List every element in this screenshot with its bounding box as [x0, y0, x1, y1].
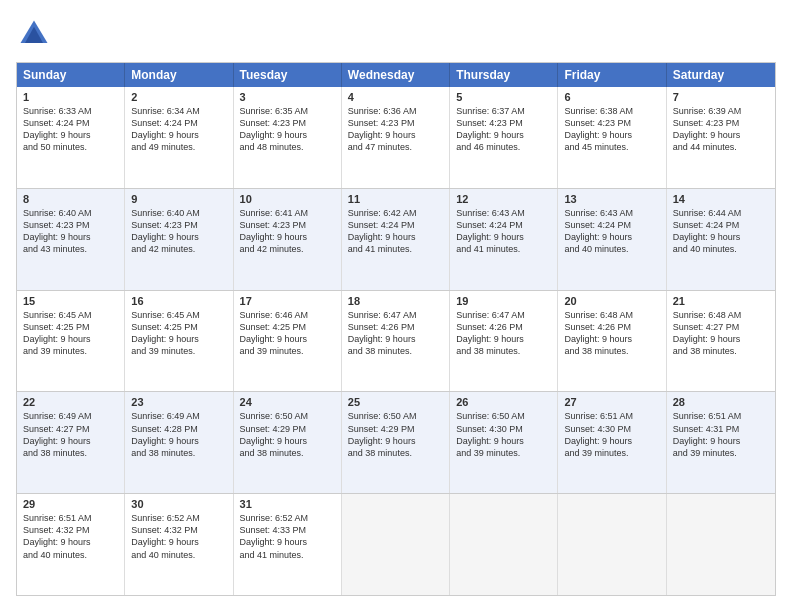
day-number: 13: [564, 193, 659, 205]
day-cell-23: 23Sunrise: 6:49 AM Sunset: 4:28 PM Dayli…: [125, 392, 233, 493]
calendar-header: SundayMondayTuesdayWednesdayThursdayFrid…: [17, 63, 775, 87]
day-cell-24: 24Sunrise: 6:50 AM Sunset: 4:29 PM Dayli…: [234, 392, 342, 493]
day-info: Sunrise: 6:51 AM Sunset: 4:32 PM Dayligh…: [23, 512, 118, 561]
day-number: 5: [456, 91, 551, 103]
day-info: Sunrise: 6:42 AM Sunset: 4:24 PM Dayligh…: [348, 207, 443, 256]
day-number: 31: [240, 498, 335, 510]
day-cell-4: 4Sunrise: 6:36 AM Sunset: 4:23 PM Daylig…: [342, 87, 450, 188]
day-cell-29: 29Sunrise: 6:51 AM Sunset: 4:32 PM Dayli…: [17, 494, 125, 595]
day-number: 4: [348, 91, 443, 103]
day-number: 24: [240, 396, 335, 408]
day-number: 20: [564, 295, 659, 307]
day-cell-15: 15Sunrise: 6:45 AM Sunset: 4:25 PM Dayli…: [17, 291, 125, 392]
day-number: 30: [131, 498, 226, 510]
day-info: Sunrise: 6:36 AM Sunset: 4:23 PM Dayligh…: [348, 105, 443, 154]
day-info: Sunrise: 6:45 AM Sunset: 4:25 PM Dayligh…: [131, 309, 226, 358]
day-info: Sunrise: 6:34 AM Sunset: 4:24 PM Dayligh…: [131, 105, 226, 154]
header: [16, 16, 776, 52]
day-info: Sunrise: 6:45 AM Sunset: 4:25 PM Dayligh…: [23, 309, 118, 358]
empty-cell: [342, 494, 450, 595]
day-number: 21: [673, 295, 769, 307]
day-number: 26: [456, 396, 551, 408]
day-cell-1: 1Sunrise: 6:33 AM Sunset: 4:24 PM Daylig…: [17, 87, 125, 188]
day-number: 16: [131, 295, 226, 307]
calendar-row: 22Sunrise: 6:49 AM Sunset: 4:27 PM Dayli…: [17, 391, 775, 493]
day-number: 14: [673, 193, 769, 205]
day-cell-27: 27Sunrise: 6:51 AM Sunset: 4:30 PM Dayli…: [558, 392, 666, 493]
day-number: 22: [23, 396, 118, 408]
day-info: Sunrise: 6:40 AM Sunset: 4:23 PM Dayligh…: [131, 207, 226, 256]
day-header-friday: Friday: [558, 63, 666, 87]
day-cell-30: 30Sunrise: 6:52 AM Sunset: 4:32 PM Dayli…: [125, 494, 233, 595]
day-info: Sunrise: 6:38 AM Sunset: 4:23 PM Dayligh…: [564, 105, 659, 154]
day-number: 25: [348, 396, 443, 408]
day-number: 2: [131, 91, 226, 103]
day-cell-3: 3Sunrise: 6:35 AM Sunset: 4:23 PM Daylig…: [234, 87, 342, 188]
day-cell-11: 11Sunrise: 6:42 AM Sunset: 4:24 PM Dayli…: [342, 189, 450, 290]
day-info: Sunrise: 6:48 AM Sunset: 4:27 PM Dayligh…: [673, 309, 769, 358]
day-number: 18: [348, 295, 443, 307]
day-number: 17: [240, 295, 335, 307]
day-info: Sunrise: 6:37 AM Sunset: 4:23 PM Dayligh…: [456, 105, 551, 154]
day-number: 29: [23, 498, 118, 510]
day-cell-17: 17Sunrise: 6:46 AM Sunset: 4:25 PM Dayli…: [234, 291, 342, 392]
day-info: Sunrise: 6:46 AM Sunset: 4:25 PM Dayligh…: [240, 309, 335, 358]
day-number: 15: [23, 295, 118, 307]
day-info: Sunrise: 6:47 AM Sunset: 4:26 PM Dayligh…: [456, 309, 551, 358]
day-cell-25: 25Sunrise: 6:50 AM Sunset: 4:29 PM Dayli…: [342, 392, 450, 493]
day-cell-20: 20Sunrise: 6:48 AM Sunset: 4:26 PM Dayli…: [558, 291, 666, 392]
day-cell-8: 8Sunrise: 6:40 AM Sunset: 4:23 PM Daylig…: [17, 189, 125, 290]
day-number: 11: [348, 193, 443, 205]
day-number: 9: [131, 193, 226, 205]
day-number: 27: [564, 396, 659, 408]
calendar-row: 8Sunrise: 6:40 AM Sunset: 4:23 PM Daylig…: [17, 188, 775, 290]
day-info: Sunrise: 6:44 AM Sunset: 4:24 PM Dayligh…: [673, 207, 769, 256]
day-cell-26: 26Sunrise: 6:50 AM Sunset: 4:30 PM Dayli…: [450, 392, 558, 493]
day-cell-18: 18Sunrise: 6:47 AM Sunset: 4:26 PM Dayli…: [342, 291, 450, 392]
day-header-tuesday: Tuesday: [234, 63, 342, 87]
day-cell-21: 21Sunrise: 6:48 AM Sunset: 4:27 PM Dayli…: [667, 291, 775, 392]
day-cell-5: 5Sunrise: 6:37 AM Sunset: 4:23 PM Daylig…: [450, 87, 558, 188]
calendar-row: 29Sunrise: 6:51 AM Sunset: 4:32 PM Dayli…: [17, 493, 775, 595]
day-info: Sunrise: 6:40 AM Sunset: 4:23 PM Dayligh…: [23, 207, 118, 256]
day-cell-12: 12Sunrise: 6:43 AM Sunset: 4:24 PM Dayli…: [450, 189, 558, 290]
day-info: Sunrise: 6:41 AM Sunset: 4:23 PM Dayligh…: [240, 207, 335, 256]
logo: [16, 16, 58, 52]
day-header-sunday: Sunday: [17, 63, 125, 87]
page: SundayMondayTuesdayWednesdayThursdayFrid…: [0, 0, 792, 612]
day-info: Sunrise: 6:50 AM Sunset: 4:29 PM Dayligh…: [240, 410, 335, 459]
day-cell-22: 22Sunrise: 6:49 AM Sunset: 4:27 PM Dayli…: [17, 392, 125, 493]
day-number: 10: [240, 193, 335, 205]
day-cell-10: 10Sunrise: 6:41 AM Sunset: 4:23 PM Dayli…: [234, 189, 342, 290]
calendar-row: 15Sunrise: 6:45 AM Sunset: 4:25 PM Dayli…: [17, 290, 775, 392]
day-info: Sunrise: 6:43 AM Sunset: 4:24 PM Dayligh…: [456, 207, 551, 256]
day-info: Sunrise: 6:49 AM Sunset: 4:28 PM Dayligh…: [131, 410, 226, 459]
day-cell-2: 2Sunrise: 6:34 AM Sunset: 4:24 PM Daylig…: [125, 87, 233, 188]
day-info: Sunrise: 6:50 AM Sunset: 4:29 PM Dayligh…: [348, 410, 443, 459]
day-info: Sunrise: 6:39 AM Sunset: 4:23 PM Dayligh…: [673, 105, 769, 154]
day-info: Sunrise: 6:51 AM Sunset: 4:31 PM Dayligh…: [673, 410, 769, 459]
day-info: Sunrise: 6:52 AM Sunset: 4:33 PM Dayligh…: [240, 512, 335, 561]
day-number: 1: [23, 91, 118, 103]
day-cell-9: 9Sunrise: 6:40 AM Sunset: 4:23 PM Daylig…: [125, 189, 233, 290]
day-info: Sunrise: 6:48 AM Sunset: 4:26 PM Dayligh…: [564, 309, 659, 358]
day-cell-19: 19Sunrise: 6:47 AM Sunset: 4:26 PM Dayli…: [450, 291, 558, 392]
day-info: Sunrise: 6:51 AM Sunset: 4:30 PM Dayligh…: [564, 410, 659, 459]
day-info: Sunrise: 6:35 AM Sunset: 4:23 PM Dayligh…: [240, 105, 335, 154]
day-info: Sunrise: 6:33 AM Sunset: 4:24 PM Dayligh…: [23, 105, 118, 154]
logo-icon: [16, 16, 52, 52]
empty-cell: [450, 494, 558, 595]
day-number: 28: [673, 396, 769, 408]
day-number: 8: [23, 193, 118, 205]
day-number: 12: [456, 193, 551, 205]
day-number: 7: [673, 91, 769, 103]
day-info: Sunrise: 6:49 AM Sunset: 4:27 PM Dayligh…: [23, 410, 118, 459]
day-info: Sunrise: 6:43 AM Sunset: 4:24 PM Dayligh…: [564, 207, 659, 256]
day-cell-7: 7Sunrise: 6:39 AM Sunset: 4:23 PM Daylig…: [667, 87, 775, 188]
day-cell-16: 16Sunrise: 6:45 AM Sunset: 4:25 PM Dayli…: [125, 291, 233, 392]
day-number: 23: [131, 396, 226, 408]
day-cell-14: 14Sunrise: 6:44 AM Sunset: 4:24 PM Dayli…: [667, 189, 775, 290]
day-info: Sunrise: 6:47 AM Sunset: 4:26 PM Dayligh…: [348, 309, 443, 358]
day-number: 3: [240, 91, 335, 103]
day-cell-31: 31Sunrise: 6:52 AM Sunset: 4:33 PM Dayli…: [234, 494, 342, 595]
